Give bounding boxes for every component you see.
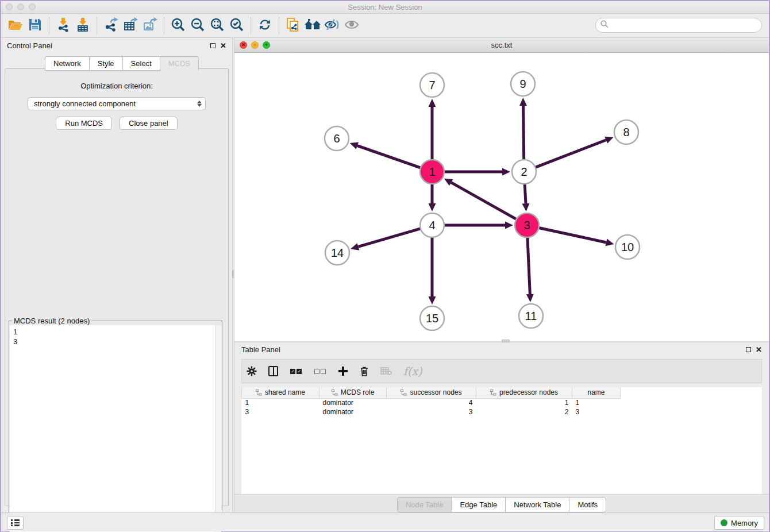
column-header-name[interactable]: name <box>572 387 621 398</box>
result-scrollbar[interactable] <box>215 325 221 532</box>
zoom-out-button[interactable] <box>188 16 207 36</box>
table-panel: Table Panel ✕ ✓✓ <box>234 342 769 514</box>
column-header-MCDS-role[interactable]: MCDS role <box>319 387 387 398</box>
network-zoom-button[interactable]: + <box>263 41 270 49</box>
zoom-selected-button[interactable] <box>227 16 247 36</box>
float-table-panel-icon[interactable] <box>746 347 751 352</box>
close-table-panel-icon[interactable]: ✕ <box>756 347 762 352</box>
close-panel-icon[interactable]: ✕ <box>220 43 226 48</box>
table-cell[interactable]: 4 <box>387 398 476 407</box>
svg-text:9: 9 <box>519 78 526 90</box>
save-session-button[interactable] <box>25 16 45 36</box>
zoom-in-button[interactable] <box>168 16 188 36</box>
tab-edge-table[interactable]: Edge Table <box>451 497 505 512</box>
zoom-fit-button[interactable] <box>207 16 227 36</box>
table-cell[interactable]: dominator <box>319 398 387 407</box>
minimize-window-button[interactable] <box>17 3 24 10</box>
graph-node-3[interactable]: 3 <box>515 213 539 237</box>
network-close-button[interactable]: ✕ <box>240 41 247 49</box>
gear-icon[interactable] <box>247 364 257 379</box>
graph-edge-3-1[interactable] <box>451 183 517 219</box>
graph-edge-2-8[interactable] <box>536 140 606 168</box>
mcds-result-textarea[interactable]: 1 3 <box>10 325 221 532</box>
toolbar-separator <box>97 17 97 34</box>
network-graph[interactable]: 7968124314101511 <box>234 53 770 341</box>
tab-network[interactable]: Network <box>45 56 89 71</box>
table-cell[interactable]: 1 <box>242 398 319 407</box>
network-canvas[interactable]: 7968124314101511 <box>234 53 769 341</box>
table-row[interactable]: 3dominator323 <box>242 407 621 417</box>
search-input[interactable] <box>611 21 761 30</box>
graph-edge-2-3[interactable] <box>525 184 526 203</box>
tab-select[interactable]: Select <box>122 56 160 71</box>
select-all-icon[interactable]: ✓✓ <box>290 364 302 379</box>
table-row[interactable]: 1dominator411 <box>242 398 621 407</box>
maximize-window-button[interactable] <box>29 3 36 10</box>
refresh-button[interactable] <box>255 16 275 36</box>
open-session-button[interactable] <box>6 16 25 36</box>
run-mcds-button[interactable]: Run MCDS <box>56 117 112 130</box>
graph-edge-2-9[interactable] <box>523 106 523 160</box>
delete-icon[interactable] <box>360 364 369 379</box>
horizontal-splitter-grip[interactable] <box>502 340 510 342</box>
task-history-button[interactable] <box>7 516 24 530</box>
float-panel-icon[interactable] <box>210 43 215 48</box>
tab-node-table[interactable]: Node Table <box>397 497 452 512</box>
tab-mcds[interactable]: MCDS <box>160 56 199 71</box>
export-network-button[interactable] <box>101 16 121 36</box>
network-window-titlebar[interactable]: ✕ − + scc.txt <box>234 38 769 53</box>
table-cell[interactable]: 3 <box>387 407 476 417</box>
control-panel: Control Panel ✕ Network Style Select MCD… <box>1 38 232 514</box>
column-header-successor-nodes[interactable]: successor nodes <box>387 387 476 398</box>
table-cell[interactable]: 3 <box>572 407 621 417</box>
graph-node-7[interactable]: 7 <box>420 73 444 97</box>
export-table-icon <box>123 17 138 34</box>
graph-node-10[interactable]: 10 <box>615 235 640 259</box>
graph-node-4[interactable]: 4 <box>420 213 444 237</box>
graph-node-9[interactable]: 9 <box>511 72 535 96</box>
graph-node-11[interactable]: 11 <box>519 304 543 328</box>
table-cell[interactable]: 2 <box>476 407 572 417</box>
toolbar-separator <box>49 17 49 34</box>
columns-icon[interactable] <box>268 364 278 379</box>
graph-edge-1-6[interactable] <box>357 146 421 168</box>
graph-node-2[interactable]: 2 <box>512 160 536 184</box>
add-icon[interactable] <box>338 364 348 379</box>
table-cell[interactable]: dominator <box>319 407 387 417</box>
table-cell[interactable]: 1 <box>476 398 572 407</box>
graph-edge-3-10[interactable] <box>539 228 606 242</box>
graph-node-1[interactable]: 1 <box>420 160 444 184</box>
unselect-all-icon[interactable] <box>314 364 326 379</box>
network-minimize-button[interactable]: − <box>251 41 259 49</box>
column-header-predecessor-nodes[interactable]: predecessor nodes <box>476 387 572 398</box>
column-header-shared-name[interactable]: shared name <box>242 387 319 398</box>
optimization-criterion-select[interactable]: strongly connected component <box>28 97 206 110</box>
export-table-button[interactable] <box>121 16 140 36</box>
memory-button[interactable]: Memory <box>714 516 764 530</box>
export-image-button[interactable] <box>140 16 160 36</box>
graph-node-8[interactable]: 8 <box>614 120 638 144</box>
close-panel-button[interactable]: Close panel <box>120 117 178 130</box>
graph-node-6[interactable]: 6 <box>325 126 349 151</box>
import-network-button[interactable] <box>53 16 73 36</box>
graph-edge-3-11[interactable] <box>528 237 530 294</box>
copy-network-button[interactable] <box>283 16 303 36</box>
table-cell[interactable]: 3 <box>242 407 319 417</box>
graph-edge-4-14[interactable] <box>358 229 420 247</box>
table-cell[interactable]: 1 <box>572 398 621 407</box>
graph-node-14[interactable]: 14 <box>325 241 349 265</box>
network-window-title: scc.txt <box>491 41 513 49</box>
graph-node-15[interactable]: 15 <box>420 306 444 330</box>
tab-motifs[interactable]: Motifs <box>569 497 606 512</box>
tab-style[interactable]: Style <box>89 56 122 71</box>
node-table[interactable]: shared nameMCDS rolesuccessor nodesprede… <box>241 387 762 494</box>
svg-text:7: 7 <box>429 79 435 91</box>
close-window-button[interactable] <box>6 3 13 10</box>
import-table-button[interactable] <box>73 16 93 36</box>
hide-panels-button[interactable] <box>322 16 342 36</box>
search-field[interactable] <box>595 18 762 33</box>
home-button[interactable] <box>303 16 322 36</box>
show-panels-button[interactable] <box>342 16 361 36</box>
window-controls[interactable] <box>6 3 36 10</box>
tab-network-table[interactable]: Network Table <box>505 497 569 512</box>
